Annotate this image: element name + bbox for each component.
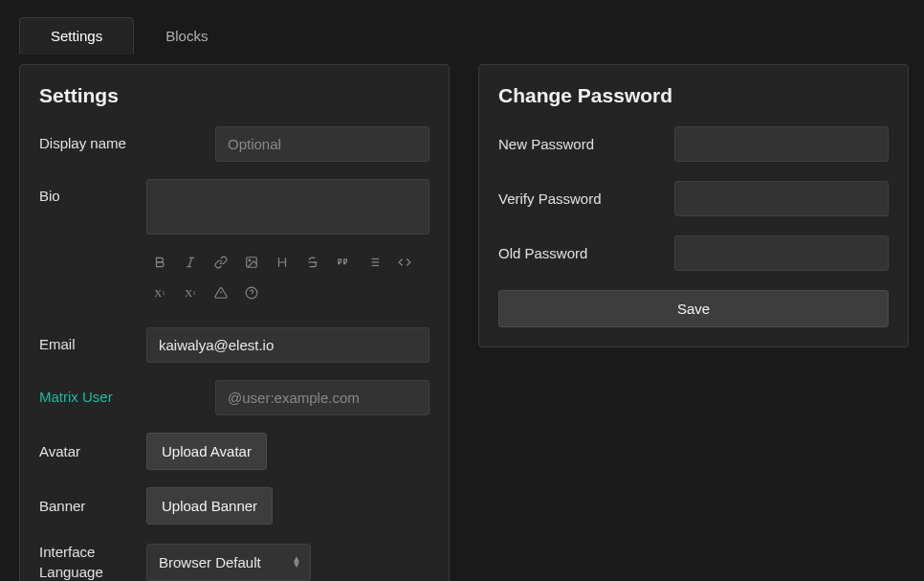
verify-password-label: Verify Password [498,190,674,207]
display-name-row: Display name [39,126,429,162]
list-icon[interactable] [361,249,387,276]
italic-icon[interactable] [177,249,204,276]
matrix-user-row: Matrix User [39,380,429,415]
link-icon[interactable] [208,249,234,276]
display-name-input[interactable] [215,126,429,162]
tab-blocks[interactable]: Blocks [134,17,239,55]
panels-container: Settings Display name Bio [0,55,924,581]
interface-language-label: Interface Language [39,542,146,581]
avatar-label: Avatar [39,443,146,459]
bio-row: Bio X1 X1 [39,179,429,310]
bold-icon[interactable] [146,249,173,276]
strikethrough-icon[interactable] [299,249,326,276]
avatar-row: Avatar Upload Avatar [39,433,429,470]
quote-icon[interactable] [330,249,357,276]
verify-password-row: Verify Password [498,181,889,216]
code-icon[interactable] [391,249,418,276]
bio-label: Bio [39,179,146,204]
new-password-row: New Password [498,126,889,162]
banner-row: Banner Upload Banner [39,487,429,525]
svg-point-4 [249,259,251,261]
svg-line-2 [188,257,192,266]
interface-language-select[interactable]: Browser Default [146,544,311,581]
superscript-icon[interactable]: X1 [177,279,204,306]
verify-password-input[interactable] [674,181,889,216]
banner-label: Banner [39,498,146,514]
new-password-label: New Password [498,136,674,152]
subscript-icon[interactable]: X1 [146,279,173,306]
image-icon[interactable] [238,249,265,276]
save-button[interactable]: Save [498,290,889,327]
upload-banner-button[interactable]: Upload Banner [146,487,273,525]
email-input[interactable] [146,327,429,363]
settings-title: Settings [39,84,429,107]
change-password-title: Change Password [498,84,889,107]
display-name-label: Display name [39,126,146,151]
bio-textarea[interactable] [146,179,429,235]
bio-toolbar: X1 X1 [146,245,429,310]
upload-avatar-button[interactable]: Upload Avatar [146,433,267,470]
matrix-user-label[interactable]: Matrix User [39,380,146,405]
interface-language-row: Interface Language Browser Default ▲▼ [39,542,429,581]
tabs-bar: Settings Blocks [0,0,924,55]
settings-card: Settings Display name Bio [19,64,450,581]
tab-settings[interactable]: Settings [19,17,134,55]
help-icon[interactable] [238,279,265,306]
change-password-card: Change Password New Password Verify Pass… [478,64,909,347]
email-row: Email [39,327,429,363]
old-password-row: Old Password [498,235,889,271]
email-label: Email [39,327,146,352]
matrix-user-input[interactable] [215,380,429,415]
spoiler-icon[interactable] [208,279,234,306]
old-password-label: Old Password [498,245,674,261]
new-password-input[interactable] [674,126,889,162]
heading-icon[interactable] [269,249,296,276]
old-password-input[interactable] [674,235,889,271]
